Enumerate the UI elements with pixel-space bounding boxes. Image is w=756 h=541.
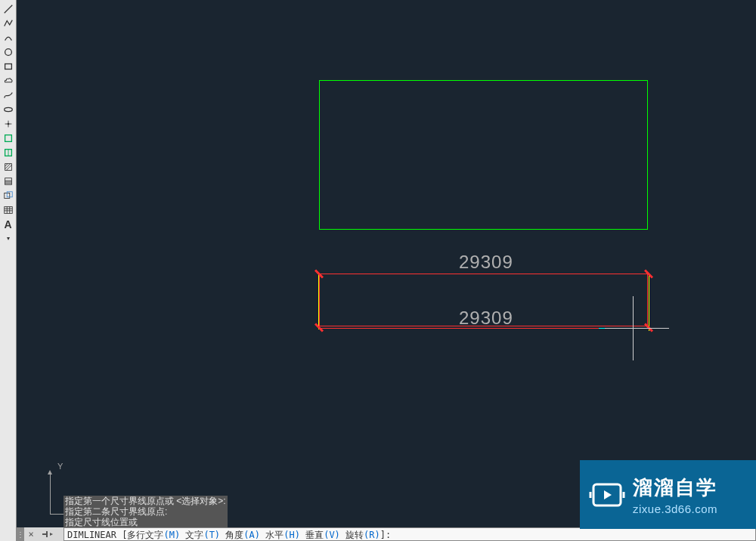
ellipse-tool[interactable] (2, 103, 15, 116)
green-rectangle-object[interactable] (319, 80, 648, 230)
block-tool[interactable] (2, 131, 15, 145)
hatch-tool[interactable] (2, 160, 15, 174)
cmd-history-line: 指定尺寸线位置或 (64, 517, 228, 527)
dimension-line-red (321, 328, 614, 329)
watermark-logo: 溜溜自学 zixue.3d66.com (580, 460, 756, 529)
cursor-crosshair-horizontal (605, 328, 669, 329)
gradient-tool[interactable] (2, 175, 15, 188)
svg-rect-7 (5, 134, 11, 141)
dimension-value-1: 29309 (459, 252, 513, 273)
cloud-tool[interactable] (2, 74, 15, 88)
tick-mark-icon (314, 323, 324, 332)
svg-line-0 (4, 5, 12, 13)
rectangle-tool[interactable] (2, 60, 15, 73)
svg-line-12 (5, 163, 10, 168)
extension-line-right (649, 274, 649, 331)
text-tool[interactable]: A (2, 218, 15, 231)
cmd-history-line: 指定第二条尺寸界线原点: (64, 506, 228, 517)
extension-line-left (318, 274, 319, 329)
cmd-name: DIMLINEAR (67, 530, 116, 540)
command-history-panel: 指定第一个尺寸界线原点或 <选择对象>: 指定第二条尺寸界线原点: 指定尺寸线位… (64, 496, 228, 527)
cmd-history-line: 指定第一个尺寸界线原点或 <选择对象>: (64, 496, 228, 506)
arc-tool[interactable] (2, 31, 15, 45)
left-toolbar: A ▾ (0, 0, 17, 541)
polyline-tool[interactable] (2, 17, 15, 30)
svg-line-11 (5, 163, 8, 166)
cmd-prompt-icon (38, 527, 64, 541)
more-tool[interactable]: ▾ (2, 232, 15, 246)
watermark-url: zixue.3d66.com (633, 502, 717, 515)
svg-rect-10 (5, 163, 11, 170)
cmd-close-button[interactable]: × (24, 527, 38, 541)
point-tool[interactable] (2, 117, 15, 131)
circle-tool[interactable] (2, 45, 15, 59)
svg-line-13 (6, 165, 11, 170)
svg-rect-2 (5, 63, 11, 69)
cmd-grip-handle[interactable]: ⋮ (17, 527, 24, 541)
ucs-y-label: Y (57, 462, 63, 471)
tick-mark-icon (314, 270, 324, 279)
table-tool[interactable] (2, 203, 15, 217)
svg-marker-27 (50, 533, 53, 536)
line-tool[interactable] (2, 2, 15, 16)
command-input[interactable]: DIMLINEAR [多行文字(M) 文字(T) 角度(A) 水平(H) 垂直(… (64, 527, 756, 541)
region-tool[interactable] (2, 189, 15, 202)
tick-mark-icon (644, 270, 653, 279)
dimension-value-2: 29309 (459, 308, 513, 329)
watermark-brand: 溜溜自学 (633, 475, 717, 501)
svg-point-1 (5, 48, 11, 55)
insert-tool[interactable] (2, 146, 15, 159)
spline-tool[interactable] (2, 88, 15, 102)
command-input-area: ⋮ × DIMLINEAR [多行文字(M) 文字(T) 角度(A) 水平(H)… (17, 527, 756, 541)
svg-point-3 (4, 107, 12, 111)
play-icon (589, 477, 625, 513)
svg-marker-29 (604, 490, 612, 499)
svg-rect-20 (4, 206, 12, 213)
